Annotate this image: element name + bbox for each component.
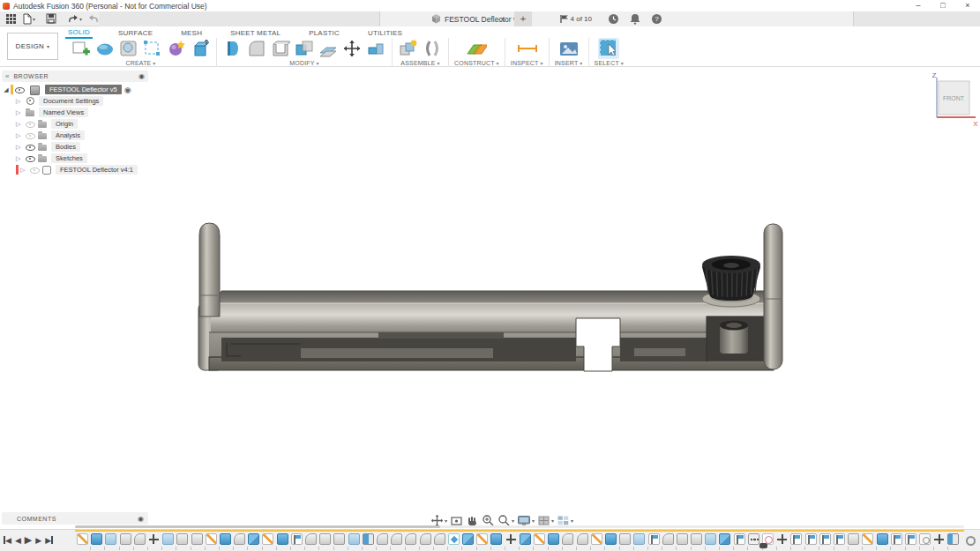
timeline-feature-extrude[interactable] xyxy=(220,533,231,545)
visibility-eye-icon[interactable] xyxy=(26,121,35,128)
timeline-feature-box[interactable] xyxy=(677,533,688,545)
visibility-eye-icon[interactable] xyxy=(26,144,35,151)
align-icon[interactable] xyxy=(365,38,386,59)
timeline-feature-box[interactable] xyxy=(319,533,331,545)
timeline-feature-align[interactable] xyxy=(891,533,902,545)
timeline-feature-extrude[interactable] xyxy=(877,533,888,545)
browser-item-label[interactable]: Sketches xyxy=(51,153,87,163)
ribbon-tab-mesh[interactable]: MESH xyxy=(178,29,205,38)
browser-root-row[interactable]: ◢ FESTOOL Deflector v5 ◉ xyxy=(2,84,148,95)
timeline-feature-fillet[interactable] xyxy=(391,533,402,545)
timeline-feature-plate[interactable] xyxy=(105,533,116,545)
timeline-feature-box[interactable] xyxy=(848,533,859,545)
ribbon-tab-sheet-metal[interactable]: SHEET METAL xyxy=(228,29,283,38)
visibility-eye-icon[interactable] xyxy=(26,132,35,139)
browser-row-named-views[interactable]: ▷Named Views xyxy=(16,107,148,118)
timeline-feature-move[interactable] xyxy=(776,533,788,545)
offset-face-icon[interactable] xyxy=(318,38,339,59)
maximize-button[interactable]: □ xyxy=(931,0,955,11)
timeline-scrollbar-thumb[interactable] xyxy=(75,525,440,528)
new-component-icon[interactable] xyxy=(398,38,419,59)
timeline-feature-fillet[interactable] xyxy=(234,533,245,545)
timeline-feature-move[interactable] xyxy=(148,533,160,545)
visibility-eye-icon[interactable] xyxy=(26,155,35,162)
timeline-feature-combine[interactable] xyxy=(520,533,531,545)
browser-row-document-settings[interactable]: ▷Document Settings xyxy=(16,95,148,107)
collapse-panel-icon[interactable]: « xyxy=(5,72,9,80)
timeline-feature-extrude[interactable] xyxy=(91,533,102,545)
insert-group-label[interactable]: INSERT xyxy=(555,60,583,66)
combine-icon[interactable] xyxy=(294,38,315,59)
timeline-feature-align[interactable] xyxy=(819,533,831,545)
expand-arrow-icon[interactable]: ▷ xyxy=(16,98,26,105)
select-tool-icon[interactable] xyxy=(598,38,619,59)
select-group-label[interactable]: SELECT xyxy=(595,60,625,66)
timeline-feature-extrude[interactable] xyxy=(605,533,617,545)
timeline-feature-fillet[interactable] xyxy=(434,533,445,545)
expand-arrow-icon[interactable]: ▷ xyxy=(20,167,30,174)
timeline-feature-extrude[interactable] xyxy=(548,533,559,545)
ribbon-tab-solid[interactable]: SOLID xyxy=(65,28,93,39)
construct-group-label[interactable]: CONSTRUCT xyxy=(454,60,499,66)
tab-close-icon[interactable]: × xyxy=(497,15,509,24)
timeline-feature-align[interactable] xyxy=(790,533,802,545)
browser-item-label[interactable]: Bodies xyxy=(51,142,80,152)
timeline-feature-box[interactable] xyxy=(691,533,702,545)
browser-item-label[interactable]: Origin xyxy=(51,119,78,129)
browser-row-festool-deflector-v4-1[interactable]: ▷FESTOOL Deflector v4:1 xyxy=(16,164,148,175)
help-icon[interactable]: ? xyxy=(651,13,662,25)
timeline-feature-fillet[interactable] xyxy=(420,533,431,545)
ribbon-tab-surface[interactable]: SURFACE xyxy=(116,29,155,38)
expand-arrow-icon[interactable]: ▷ xyxy=(16,132,26,139)
go-to-end-button[interactable]: ▶ xyxy=(45,536,53,545)
timeline-feature-fillet[interactable] xyxy=(562,533,573,545)
timeline-feature-combine[interactable] xyxy=(462,533,474,545)
create-form-icon[interactable] xyxy=(94,38,116,59)
timeline-feature-sketch[interactable] xyxy=(862,533,873,545)
shell-icon[interactable] xyxy=(270,38,291,59)
create-hole-icon[interactable] xyxy=(118,38,139,59)
notifications-bell-icon[interactable] xyxy=(630,13,640,25)
expand-arrow-icon[interactable]: ▷ xyxy=(16,155,26,162)
browser-row-sketches[interactable]: ▷Sketches xyxy=(16,153,148,164)
timeline-feature-sketch[interactable] xyxy=(591,533,602,545)
timeline-feature-fillet[interactable] xyxy=(305,533,317,545)
assemble-group-label[interactable]: ASSEMBLE xyxy=(400,60,439,66)
browser-item-label[interactable]: Named Views xyxy=(39,108,88,117)
ribbon-tab-utilities[interactable]: UTILITIES xyxy=(365,29,405,38)
extrude-icon[interactable] xyxy=(190,38,211,59)
timeline-feature-align[interactable] xyxy=(905,533,916,545)
create-group-label[interactable]: CREATE xyxy=(125,60,155,66)
measure-icon[interactable] xyxy=(516,38,537,59)
browser-item-label[interactable]: Analysis xyxy=(51,130,85,140)
create-sketch-icon[interactable] xyxy=(71,38,92,59)
browser-root-label[interactable]: FESTOOL Deflector v5 xyxy=(45,85,122,94)
timeline-feature-plate[interactable] xyxy=(633,533,645,545)
3d-viewport[interactable]: « BROWSER ◉ ◢ FESTOOL Deflector v5 ◉ ▷Do… xyxy=(0,67,980,529)
press-pull-icon[interactable] xyxy=(222,38,243,59)
timeline-feature-fillet[interactable] xyxy=(662,533,674,545)
workspace-selector-button[interactable]: DESIGN ▾ xyxy=(7,33,58,60)
modify-group-label[interactable]: MODIFY xyxy=(289,60,319,66)
expand-arrow-icon[interactable]: ▷ xyxy=(16,144,26,151)
timeline-feature-plate[interactable] xyxy=(162,533,174,545)
timeline-feature-extrude[interactable] xyxy=(490,533,502,545)
file-menu-icon[interactable]: ▾ xyxy=(22,12,35,26)
visibility-eye-icon[interactable] xyxy=(15,86,25,93)
timeline-feature-halfbox[interactable] xyxy=(363,533,374,545)
timeline-feature-fillet[interactable] xyxy=(377,533,388,545)
browser-row-analysis[interactable]: ▷Analysis xyxy=(16,130,148,141)
timeline-feature-box[interactable] xyxy=(191,533,203,545)
timeline-feature-fillet[interactable] xyxy=(134,533,146,545)
timeline-feature-sketch[interactable] xyxy=(262,533,273,545)
browser-settings-icon[interactable]: ◉ xyxy=(138,72,145,80)
timeline-feature-align[interactable] xyxy=(805,533,817,545)
activate-component-radio[interactable]: ◉ xyxy=(124,86,131,94)
timeline-feature-plate[interactable] xyxy=(705,533,716,545)
timeline-feature-sketch[interactable] xyxy=(77,533,88,545)
timeline-feature-extrude[interactable] xyxy=(277,533,288,545)
comments-settings-icon[interactable]: ◉ xyxy=(138,515,144,523)
minimize-button[interactable]: – xyxy=(906,0,931,11)
version-badge[interactable]: 4 of 10 xyxy=(560,14,592,24)
comments-panel[interactable]: COMMENTS ◉ xyxy=(2,512,148,525)
